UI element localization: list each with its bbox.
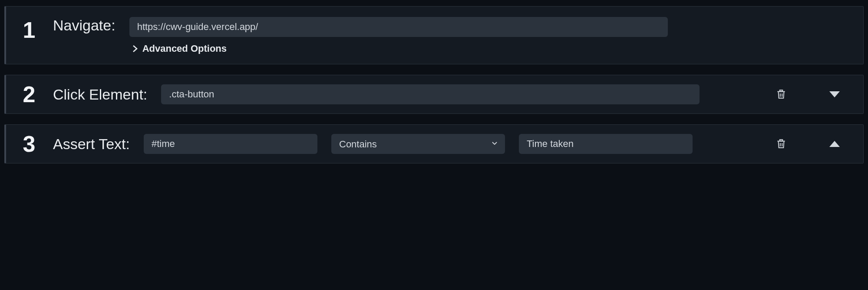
step-label: Assert Text:	[53, 136, 130, 153]
step-card-navigate: 1 Navigate: Advanced Options	[4, 6, 864, 64]
step-actions	[774, 136, 850, 153]
step-body: Advanced Options	[129, 17, 850, 54]
step-card-assert: 3 Assert Text: Contains	[4, 124, 864, 163]
advanced-options-toggle[interactable]: Advanced Options	[132, 43, 850, 54]
collapse-toggle-button[interactable]	[828, 139, 842, 149]
trash-icon	[776, 88, 787, 101]
collapse-toggle-button[interactable]	[828, 90, 842, 99]
delete-step-button[interactable]	[774, 86, 789, 103]
step-label: Click Element:	[53, 86, 147, 103]
advanced-options-label: Advanced Options	[142, 43, 227, 54]
assert-mode-select-wrap: Contains	[331, 134, 505, 154]
step-number: 1	[19, 19, 39, 41]
assert-selector-input[interactable]	[144, 134, 317, 154]
caret-down-icon	[829, 91, 840, 97]
step-actions	[774, 86, 850, 103]
chevron-right-icon	[132, 45, 138, 53]
step-label: Navigate:	[53, 17, 116, 34]
click-selector-input[interactable]	[161, 84, 700, 104]
delete-step-button[interactable]	[774, 136, 789, 153]
caret-up-icon	[829, 141, 840, 147]
assert-mode-select[interactable]: Contains	[331, 134, 505, 154]
step-number: 3	[19, 133, 39, 155]
step-number: 2	[19, 83, 39, 106]
trash-icon	[776, 137, 787, 151]
step-card-click: 2 Click Element:	[4, 75, 864, 114]
assert-expected-input[interactable]	[519, 134, 693, 154]
navigate-url-input[interactable]	[129, 17, 668, 37]
